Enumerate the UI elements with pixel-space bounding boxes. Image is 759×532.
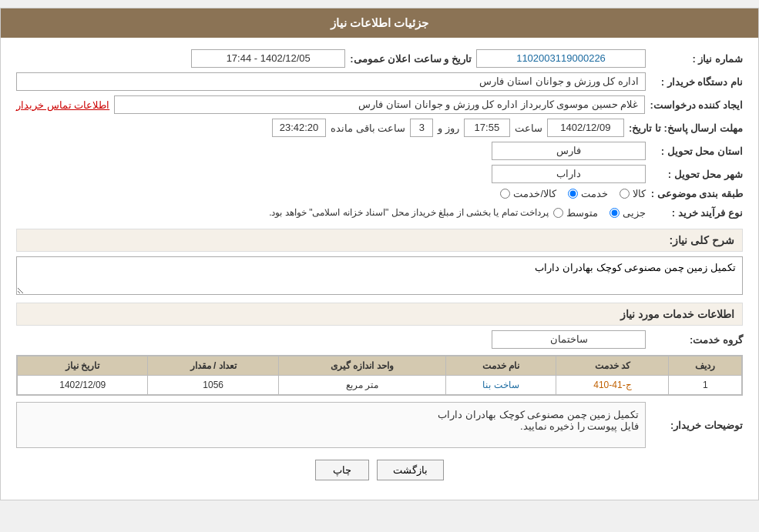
cell-date: 1402/12/09 <box>18 376 148 395</box>
deadline-days-label: روز و <box>438 122 459 134</box>
buyer-org-value: اداره کل ورزش و جوانان استان فارس <box>16 72 646 91</box>
services-table-wrapper: ردیف کد خدمت نام خدمت واحد اندازه گیری ت… <box>16 355 743 396</box>
buyer-org-label: نام دستگاه خریدار : <box>650 76 743 88</box>
process-motavasset-label: متوسط <box>566 207 598 219</box>
cell-service-name[interactable]: ساخت بنا <box>445 376 556 395</box>
deadline-remaining-label: ساعت باقی مانده <box>331 122 405 134</box>
table-header-row: ردیف کد خدمت نام خدمت واحد اندازه گیری ت… <box>18 356 742 376</box>
deadline-days: 3 <box>410 119 433 137</box>
city-row: شهر محل تحویل : داراب <box>16 165 743 183</box>
cell-unit: متر مربع <box>278 376 445 395</box>
process-jozei-radio[interactable] <box>610 208 620 218</box>
category-label: طبقه بندی موضوعی : <box>650 188 743 199</box>
buyer-notes-line1: تکمیل زمین چمن مصنوعی کوچک بهادران داراب <box>23 409 639 420</box>
col-service-name: نام خدمت <box>445 356 556 376</box>
col-row-num: ردیف <box>669 356 742 376</box>
buyer-notes-line2: فایل پیوست را ذخیره نمایید. <box>23 420 639 432</box>
category-kala-khedmat-radio[interactable] <box>500 189 510 199</box>
category-kala[interactable]: کالا <box>620 188 646 199</box>
category-kala-label: کالا <box>633 188 646 199</box>
deadline-time-label: ساعت <box>515 122 542 134</box>
services-table: ردیف کد خدمت نام خدمت واحد اندازه گیری ت… <box>17 356 742 395</box>
col-date: تاریخ نیاز <box>18 356 148 376</box>
need-number-label: شماره نیاز : <box>650 53 743 65</box>
buyer-org-row: نام دستگاه خریدار : اداره کل ورزش و جوان… <box>16 72 743 91</box>
creator-row: ایجاد کننده درخواست: غلام حسین موسوی کار… <box>16 95 743 114</box>
deadline-row: مهلت ارسال پاسخ: تا تاریخ: 1402/12/09 سا… <box>16 119 743 137</box>
category-khedmat-label: خدمت <box>581 188 608 199</box>
main-content: شماره نیاز : 1102003119000226 تاریخ و سا… <box>1 38 758 500</box>
page-wrapper: جزئیات اطلاعات نیاز شماره نیاز : 1102003… <box>0 8 759 500</box>
announcement-value: 1402/12/05 - 17:44 <box>191 49 345 68</box>
print-button[interactable]: چاپ <box>315 460 369 480</box>
services-section-title: اطلاعات خدمات مورد نیاز <box>16 303 743 326</box>
category-khedmat[interactable]: خدمت <box>568 188 608 199</box>
buyer-notes-box: تکمیل زمین چمن مصنوعی کوچک بهادران داراب… <box>16 402 646 448</box>
province-label: استان محل تحویل : <box>650 146 743 157</box>
category-kala-radio[interactable] <box>620 189 630 199</box>
buttons-row: بازگشت چاپ <box>16 460 743 480</box>
deadline-label: مهلت ارسال پاسخ: تا تاریخ: <box>629 122 743 134</box>
process-label: نوع فرآیند خرید : <box>650 207 743 219</box>
process-note: پرداخت تمام یا بخشی از مبلغ خریداز محل "… <box>269 204 549 221</box>
col-service-code: کد خدمت <box>556 356 669 376</box>
need-desc-textarea[interactable]: تکمیل زمین چمن مصنوعی کوچک بهادران داراب <box>16 256 743 295</box>
process-jozei[interactable]: جزیی <box>610 207 646 219</box>
table-row: 1 ج-41-410 ساخت بنا متر مربع 1056 1402/1… <box>18 376 742 395</box>
page-header: جزئیات اطلاعات نیاز <box>1 8 758 38</box>
creator-label: ایجاد کننده درخواست: <box>650 99 743 111</box>
service-group-value: ساختمان <box>492 330 646 349</box>
category-kala-khedmat-label: کالا/خدمت <box>513 188 556 199</box>
process-jozei-label: جزیی <box>623 207 646 219</box>
cell-quantity: 1056 <box>148 376 278 395</box>
cell-service-code: ج-41-410 <box>556 376 669 395</box>
creator-value: غلام حسین موسوی کاربرداز اداره کل ورزش و… <box>114 95 645 114</box>
page-title: جزئیات اطلاعات نیاز <box>331 16 428 29</box>
contact-link[interactable]: اطلاعات تماس خریدار <box>16 99 109 111</box>
province-value: فارس <box>492 142 646 160</box>
process-radio-group: متوسط جزیی <box>553 207 646 219</box>
category-khedmat-radio[interactable] <box>568 189 578 199</box>
process-motavasset-radio[interactable] <box>553 208 563 218</box>
buyer-notes-row: توضیحات خریدار: تکمیل زمین چمن مصنوعی کو… <box>16 402 743 448</box>
buyer-notes-label: توضیحات خریدار: <box>650 420 743 431</box>
province-row: استان محل تحویل : فارس <box>16 142 743 160</box>
need-number-value: 1102003119000226 <box>476 49 646 68</box>
category-radio-group: کالا/خدمت خدمت کالا <box>500 188 646 199</box>
col-unit: واحد اندازه گیری <box>278 356 445 376</box>
process-motavasset[interactable]: متوسط <box>553 207 598 219</box>
deadline-time: 17:55 <box>464 119 510 137</box>
city-label: شهر محل تحویل : <box>650 169 743 180</box>
cell-row-num: 1 <box>669 376 742 395</box>
need-desc-section-title: شرح کلی نیاز: <box>16 229 743 252</box>
back-button[interactable]: بازگشت <box>377 460 444 480</box>
deadline-date: 1402/12/09 <box>547 119 624 137</box>
announcement-label: تاریخ و ساعت اعلان عمومی: <box>350 53 472 65</box>
category-kala-khedmat[interactable]: کالا/خدمت <box>500 188 556 199</box>
service-group-row: گروه خدمت: ساختمان <box>16 330 743 349</box>
category-row: طبقه بندی موضوعی : کالا/خدمت خدمت کالا <box>16 188 743 199</box>
col-quantity: تعداد / مقدار <box>148 356 278 376</box>
need-desc-row: تکمیل زمین چمن مصنوعی کوچک بهادران داراب <box>16 256 743 295</box>
service-group-label: گروه خدمت: <box>650 334 743 346</box>
need-number-row: شماره نیاز : 1102003119000226 تاریخ و سا… <box>16 49 743 68</box>
need-desc-label: شرح کلی نیاز: <box>670 234 734 246</box>
city-value: داراب <box>492 165 646 183</box>
deadline-remaining: 23:42:20 <box>272 119 326 137</box>
process-row: نوع فرآیند خرید : متوسط جزیی پرداخت تمام… <box>16 204 743 221</box>
